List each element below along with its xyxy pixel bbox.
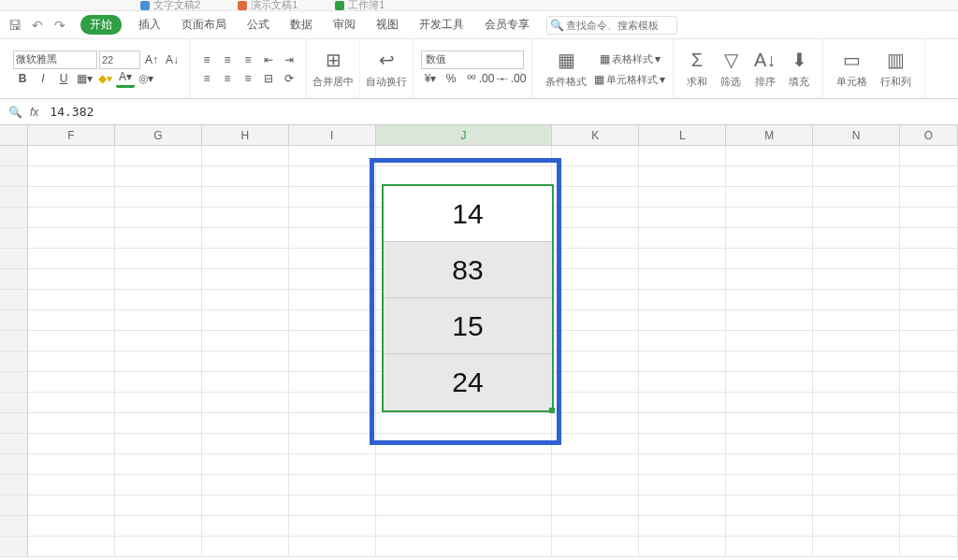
tab-devtools[interactable]: 开发工具 xyxy=(410,13,473,36)
cell[interactable] xyxy=(115,187,202,208)
cell[interactable] xyxy=(813,166,900,187)
cell[interactable] xyxy=(289,310,376,331)
spreadsheet-grid[interactable]: F G H I J K L M N O 14 83 15 24 xyxy=(0,125,958,560)
row-header[interactable] xyxy=(0,393,28,413)
cell[interactable] xyxy=(115,310,202,331)
cell[interactable] xyxy=(726,249,813,269)
cell[interactable] xyxy=(289,249,376,269)
cell[interactable] xyxy=(28,434,115,454)
selected-cell[interactable]: 15 xyxy=(384,298,552,354)
merge-center-button[interactable]: ⊞ 合并居中 xyxy=(307,39,360,98)
cell[interactable] xyxy=(202,475,289,495)
row-header[interactable] xyxy=(0,372,28,393)
cell[interactable] xyxy=(289,454,376,475)
cell[interactable] xyxy=(552,495,639,516)
cells-button[interactable]: ▭单元格 xyxy=(831,49,873,89)
border-button[interactable]: ▦▾ xyxy=(75,69,94,88)
cell[interactable] xyxy=(115,331,202,352)
cell[interactable] xyxy=(900,434,958,454)
col-header[interactable]: H xyxy=(202,125,289,145)
cell[interactable] xyxy=(552,372,639,393)
cell[interactable] xyxy=(900,228,958,249)
cell[interactable] xyxy=(900,393,958,413)
cell[interactable] xyxy=(289,393,376,413)
col-header[interactable]: G xyxy=(115,125,202,145)
underline-button[interactable]: U xyxy=(54,69,73,88)
cell[interactable] xyxy=(813,516,900,537)
cell[interactable] xyxy=(726,537,813,557)
formula-input[interactable]: 14.382 xyxy=(44,105,99,119)
row-header[interactable] xyxy=(0,454,28,475)
cell[interactable] xyxy=(115,454,202,475)
cell[interactable] xyxy=(900,413,958,434)
tab-insert[interactable]: 插入 xyxy=(129,13,170,36)
cell[interactable] xyxy=(639,352,726,372)
cell[interactable] xyxy=(115,413,202,434)
search-input[interactable] xyxy=(546,16,677,35)
cell[interactable] xyxy=(639,372,726,393)
cell[interactable] xyxy=(202,495,289,516)
cell[interactable] xyxy=(289,434,376,454)
cell[interactable] xyxy=(289,331,376,352)
cell[interactable] xyxy=(726,454,813,475)
cell[interactable] xyxy=(900,352,958,372)
cell[interactable] xyxy=(900,208,958,228)
font-color-button[interactable]: A▾ xyxy=(116,69,135,88)
cell[interactable] xyxy=(289,208,376,228)
col-header[interactable]: L xyxy=(639,125,726,145)
cell[interactable] xyxy=(813,249,900,269)
cell[interactable] xyxy=(202,310,289,331)
cell[interactable] xyxy=(900,372,958,393)
cell[interactable] xyxy=(202,290,289,310)
cell[interactable] xyxy=(813,495,900,516)
cell[interactable] xyxy=(28,146,115,166)
align-top-icon[interactable]: ≡ xyxy=(197,50,216,69)
cell[interactable] xyxy=(726,413,813,434)
cell[interactable] xyxy=(289,146,376,166)
cell[interactable] xyxy=(639,475,726,495)
cell[interactable] xyxy=(289,290,376,310)
cell[interactable] xyxy=(639,495,726,516)
merge-across-icon[interactable]: ⊟ xyxy=(259,69,278,88)
cell[interactable] xyxy=(639,249,726,269)
cell[interactable] xyxy=(202,228,289,249)
cell[interactable] xyxy=(813,454,900,475)
cell[interactable] xyxy=(813,310,900,331)
cell[interactable] xyxy=(115,269,202,290)
cell[interactable] xyxy=(115,290,202,310)
cell[interactable] xyxy=(202,146,289,166)
cell[interactable] xyxy=(115,208,202,228)
cell[interactable] xyxy=(639,269,726,290)
cell[interactable] xyxy=(115,475,202,495)
cell[interactable] xyxy=(289,372,376,393)
indent-inc-icon[interactable]: ⇥ xyxy=(280,50,298,69)
cell[interactable] xyxy=(28,187,115,208)
cell[interactable] xyxy=(552,269,639,290)
cell[interactable] xyxy=(552,310,639,331)
col-header[interactable]: K xyxy=(552,125,639,145)
dec-decimal-icon[interactable]: ←.00 xyxy=(503,69,522,88)
cell[interactable] xyxy=(639,393,726,413)
cell[interactable] xyxy=(639,310,726,331)
row-header[interactable] xyxy=(0,434,28,454)
cell[interactable] xyxy=(115,495,202,516)
cell[interactable] xyxy=(289,269,376,290)
cell[interactable] xyxy=(289,187,376,208)
cell[interactable] xyxy=(900,166,958,187)
cell[interactable] xyxy=(726,393,813,413)
cond-format-button[interactable]: ▦ 条件格式 xyxy=(540,49,592,89)
table-style-button[interactable]: ▦ 表格样式▾ xyxy=(594,50,665,68)
tab-ppt[interactable]: 演示文稿1 xyxy=(238,0,298,12)
cell[interactable] xyxy=(376,475,553,495)
cell[interactable] xyxy=(376,434,553,454)
row-header[interactable] xyxy=(0,228,28,249)
cell[interactable] xyxy=(28,228,115,249)
cell[interactable] xyxy=(900,146,958,166)
cell[interactable] xyxy=(813,393,900,413)
cell[interactable] xyxy=(289,537,376,557)
cell[interactable] xyxy=(552,454,639,475)
number-format-select[interactable] xyxy=(421,50,524,69)
cell[interactable] xyxy=(289,516,376,537)
align-bot-icon[interactable]: ≡ xyxy=(239,50,257,69)
cell[interactable] xyxy=(552,352,639,372)
